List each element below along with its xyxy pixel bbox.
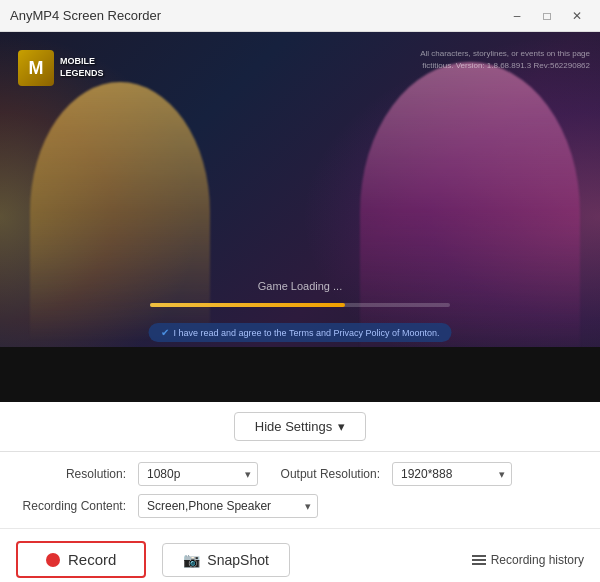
- record-button[interactable]: Record: [16, 541, 146, 578]
- minimize-button[interactable]: –: [504, 6, 530, 26]
- watermark: All characters, storylines, or events on…: [420, 48, 590, 72]
- character-right: [360, 62, 580, 362]
- recording-content-select-wrapper[interactable]: Screen,Phone Speaker: [138, 494, 318, 518]
- preview-bottom-band: [0, 347, 600, 402]
- logo-text: MOBILE LEGENDS: [60, 56, 104, 79]
- logo-icon: M: [18, 50, 54, 86]
- title-bar: AnyMP4 Screen Recorder – □ ✕: [0, 0, 600, 32]
- recording-content-label: Recording Content:: [16, 499, 126, 513]
- loading-bar: [150, 303, 450, 307]
- resolution-label: Resolution:: [16, 467, 126, 481]
- recording-history-link[interactable]: Recording history: [472, 553, 584, 567]
- recording-content-row: Recording Content: Screen,Phone Speaker: [16, 494, 584, 518]
- camera-icon: 📷: [183, 552, 200, 568]
- recording-content-select[interactable]: Screen,Phone Speaker: [138, 494, 318, 518]
- game-logo: M MOBILE LEGENDS: [18, 50, 104, 86]
- settings-panel: Resolution: 1080p Output Resolution: 192…: [0, 452, 600, 529]
- hide-settings-bar: Hide Settings ▾: [0, 402, 600, 452]
- resolution-select[interactable]: 1080p: [138, 462, 258, 486]
- close-button[interactable]: ✕: [564, 6, 590, 26]
- resolution-select-wrapper[interactable]: 1080p: [138, 462, 258, 486]
- app-title: AnyMP4 Screen Recorder: [10, 8, 504, 23]
- terms-text: I have read and agree to the Terms and P…: [174, 328, 440, 338]
- terms-check-icon: ✔: [161, 327, 169, 338]
- output-resolution-label: Output Resolution:: [270, 467, 380, 481]
- history-label: Recording history: [491, 553, 584, 567]
- loading-text: Game Loading ...: [258, 280, 342, 292]
- loading-bar-fill: [150, 303, 345, 307]
- output-resolution-select-wrapper[interactable]: 1920*888: [392, 462, 512, 486]
- window-controls: – □ ✕: [504, 6, 590, 26]
- record-dot-icon: [46, 553, 60, 567]
- snapshot-label: SnapShot: [207, 552, 269, 568]
- preview-area: M MOBILE LEGENDS All characters, storyli…: [0, 32, 600, 402]
- terms-bar: ✔ I have read and agree to the Terms and…: [149, 323, 452, 342]
- maximize-button[interactable]: □: [534, 6, 560, 26]
- snapshot-button[interactable]: 📷 SnapShot: [162, 543, 290, 577]
- record-label: Record: [68, 551, 116, 568]
- history-icon: [472, 555, 486, 565]
- hide-settings-label: Hide Settings: [255, 419, 332, 434]
- hide-settings-button[interactable]: Hide Settings ▾: [234, 412, 366, 441]
- chevron-down-icon: ▾: [338, 419, 345, 434]
- output-resolution-select[interactable]: 1920*888: [392, 462, 512, 486]
- action-bar: Record 📷 SnapShot Recording history: [0, 529, 600, 582]
- resolution-row: Resolution: 1080p Output Resolution: 192…: [16, 462, 584, 486]
- game-background: M MOBILE LEGENDS All characters, storyli…: [0, 32, 600, 402]
